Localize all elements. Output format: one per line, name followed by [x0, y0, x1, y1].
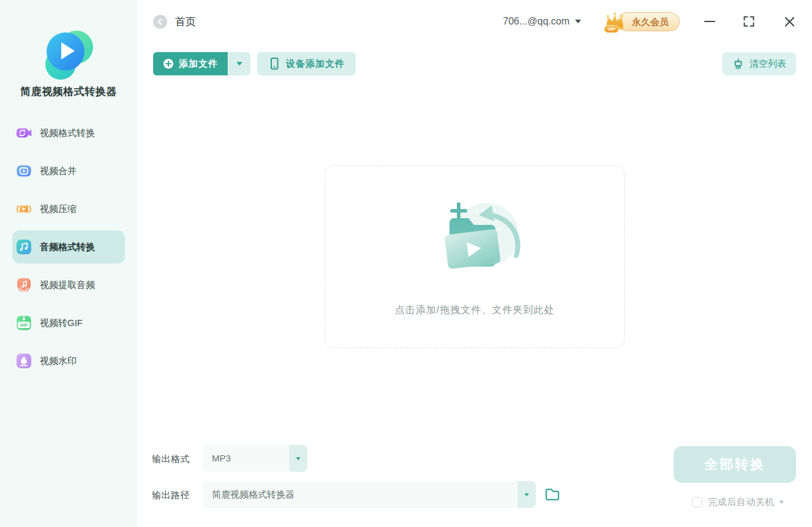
watermark-icon [16, 353, 32, 369]
close-button[interactable] [781, 13, 797, 29]
video-to-gif-icon: GIF [16, 315, 32, 331]
audio-convert-icon [16, 239, 32, 255]
account-email[interactable]: 706...@qq.com [503, 16, 570, 27]
sidebar-item-label: 视频提取音频 [40, 279, 95, 291]
logo-play-icon [61, 42, 75, 59]
video-merge-icon [16, 163, 32, 179]
sidebar-nav: 视频格式转换 视频合并 [0, 116, 137, 377]
clear-list-label: 清空列表 [750, 58, 786, 70]
sidebar-item-label: 视频合并 [40, 165, 77, 177]
sidebar-item-video-merge[interactable]: 视频合并 [12, 154, 125, 188]
output-path-dropdown-icon[interactable] [517, 481, 536, 508]
auto-shutdown-label: 完成后自动关机 [708, 496, 775, 508]
minimize-button[interactable] [702, 13, 718, 29]
sidebar-item-video-watermark[interactable]: 视频水印 [12, 344, 125, 377]
maximize-button[interactable] [741, 13, 757, 29]
sidebar-item-video-extract-audio[interactable]: 视频提取音频 [12, 268, 125, 301]
main-panel: 首页 706...@qq.com VIP 永久会员 [137, 0, 812, 527]
vip-label: 永久会员 [617, 12, 680, 31]
vip-badge[interactable]: VIP 永久会员 [602, 9, 680, 34]
sidebar-item-label: 视频转GIF [40, 317, 83, 329]
auto-shutdown-checkbox[interactable] [692, 497, 702, 507]
open-folder-button[interactable] [544, 486, 561, 503]
header-bar: 首页 706...@qq.com VIP 永久会员 [153, 9, 797, 34]
plus-circle-icon [163, 58, 174, 69]
sidebar-item-label: 视频水印 [40, 355, 77, 367]
sidebar: 简鹿视频格式转换器 视频格式转换 [0, 0, 137, 527]
file-dropzone[interactable]: 点击添加/拖拽文件、文件夹到此处 [325, 165, 625, 348]
sidebar-item-video-compress[interactable]: 视频压缩 [12, 192, 125, 226]
convert-all-button[interactable]: 全部转换 [674, 446, 796, 483]
sidebar-item-video-format-convert[interactable]: 视频格式转换 [12, 116, 125, 150]
maximize-icon [743, 15, 755, 28]
add-file-split-button: 添加文件 [153, 52, 250, 75]
dropzone-hint: 点击添加/拖拽文件、文件夹到此处 [325, 304, 624, 317]
app-logo-icon [39, 31, 98, 80]
auto-shutdown-dropdown-icon[interactable] [779, 501, 784, 504]
sidebar-item-video-to-gif[interactable]: GIF 视频转GIF [12, 306, 125, 339]
account-dropdown-icon[interactable] [575, 20, 581, 23]
add-from-device-button[interactable]: 设备添加文件 [257, 52, 356, 75]
add-file-label: 添加文件 [179, 58, 218, 70]
output-format-dropdown-icon[interactable] [289, 445, 307, 472]
close-icon [784, 16, 795, 28]
page-title: 首页 [175, 15, 196, 29]
extract-audio-icon [16, 277, 32, 293]
output-format-select[interactable]: MP3 [202, 445, 307, 472]
app-window: 简鹿视频格式转换器 视频格式转换 [0, 0, 812, 527]
video-convert-icon [16, 125, 32, 141]
app-title: 简鹿视频格式转换器 [0, 85, 137, 99]
sidebar-item-label: 音频格式转换 [40, 241, 95, 253]
minimize-icon [704, 15, 716, 28]
output-path-label: 输出路径 [152, 490, 190, 501]
add-from-device-label: 设备添加文件 [286, 58, 345, 70]
folder-icon [544, 486, 561, 503]
add-file-button[interactable]: 添加文件 [153, 52, 228, 75]
toolbar: 添加文件 设备添加文件 [153, 52, 796, 75]
add-file-dropdown-button[interactable] [228, 52, 250, 75]
sidebar-item-audio-format-convert[interactable]: 音频格式转换 [12, 230, 125, 264]
logo-circle-blue [47, 32, 85, 70]
folder-illustration-icon [419, 197, 530, 282]
chevron-down-icon [236, 62, 242, 66]
vip-tag: VIP [604, 25, 619, 33]
gif-icon-text: GIF [20, 322, 28, 328]
auto-shutdown-row: 完成后自动关机 [674, 496, 802, 508]
back-arrow-icon [156, 18, 164, 26]
output-format-label: 输出格式 [152, 453, 190, 465]
clear-list-button[interactable]: 清空列表 [722, 52, 796, 75]
output-path-value: 简鹿视频格式转换器 [212, 481, 295, 508]
back-button[interactable] [153, 15, 167, 29]
sidebar-item-label: 视频格式转换 [40, 127, 95, 139]
output-format-value: MP3 [212, 445, 231, 472]
video-compress-icon [16, 201, 32, 217]
output-path-select[interactable]: 简鹿视频格式转换器 [202, 481, 536, 508]
sidebar-item-label: 视频压缩 [40, 203, 77, 215]
broom-icon [732, 58, 745, 70]
phone-icon [268, 57, 280, 70]
